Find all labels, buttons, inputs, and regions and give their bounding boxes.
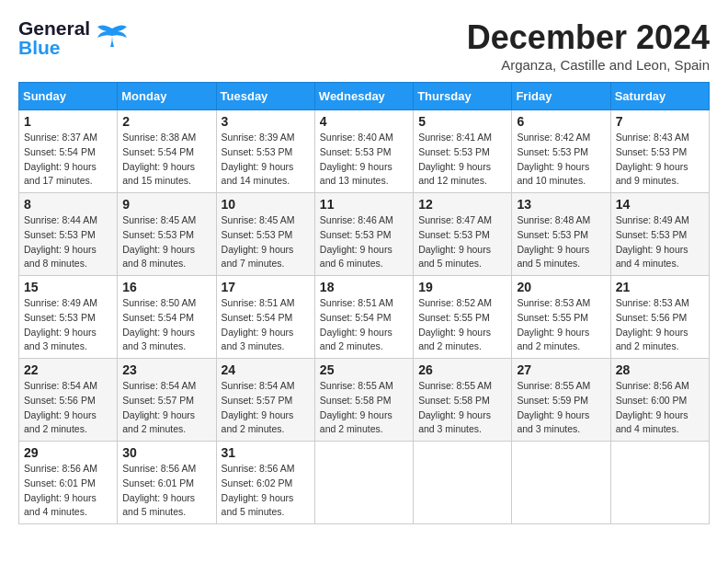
weekday-header-row: SundayMondayTuesdayWednesdayThursdayFrid…: [19, 83, 710, 110]
day-number: 11: [320, 197, 408, 212]
day-number: 5: [418, 114, 506, 129]
day-number: 19: [418, 280, 506, 294]
calendar-cell: 28Sunrise: 8:56 AMSunset: 6:00 PMDayligh…: [610, 359, 709, 442]
calendar-cell: 1Sunrise: 8:37 AMSunset: 5:54 PMDaylight…: [19, 110, 118, 193]
calendar-cell: [512, 442, 610, 524]
day-number: 9: [122, 197, 210, 212]
page-header: General Blue December 2024 Arganza, Cast…: [18, 18, 710, 73]
calendar-cell: 23Sunrise: 8:54 AMSunset: 5:57 PMDayligh…: [118, 359, 216, 442]
calendar-week-4: 22Sunrise: 8:54 AMSunset: 5:56 PMDayligh…: [19, 359, 710, 442]
day-number: 12: [418, 197, 506, 212]
calendar-cell: 31Sunrise: 8:56 AMSunset: 6:02 PMDayligh…: [216, 442, 314, 524]
calendar-cell: 14Sunrise: 8:49 AMSunset: 5:53 PMDayligh…: [610, 193, 709, 276]
weekday-header-friday: Friday: [512, 83, 610, 110]
day-number: 4: [320, 114, 408, 129]
calendar-cell: 11Sunrise: 8:46 AMSunset: 5:53 PMDayligh…: [314, 193, 413, 276]
day-info: Sunrise: 8:53 AMSunset: 5:55 PMDaylight:…: [517, 296, 605, 354]
calendar-cell: 19Sunrise: 8:52 AMSunset: 5:55 PMDayligh…: [414, 276, 512, 359]
day-number: 21: [616, 280, 704, 294]
day-number: 22: [24, 362, 112, 377]
day-info: Sunrise: 8:38 AMSunset: 5:54 PMDaylight:…: [122, 131, 210, 189]
calendar-week-2: 8Sunrise: 8:44 AMSunset: 5:53 PMDaylight…: [19, 193, 710, 276]
logo-general: General: [18, 17, 90, 39]
day-number: 15: [24, 280, 112, 294]
calendar-cell: 5Sunrise: 8:41 AMSunset: 5:53 PMDaylight…: [414, 110, 512, 193]
calendar-cell: 3Sunrise: 8:39 AMSunset: 5:53 PMDaylight…: [216, 110, 314, 193]
day-info: Sunrise: 8:54 AMSunset: 5:57 PMDaylight:…: [122, 379, 210, 437]
calendar-week-1: 1Sunrise: 8:37 AMSunset: 5:54 PMDaylight…: [19, 110, 710, 193]
logo-bird-icon: [96, 21, 129, 51]
day-info: Sunrise: 8:55 AMSunset: 5:59 PMDaylight:…: [517, 379, 605, 437]
day-number: 10: [222, 197, 310, 212]
day-info: Sunrise: 8:41 AMSunset: 5:53 PMDaylight:…: [418, 131, 506, 189]
calendar-cell: 4Sunrise: 8:40 AMSunset: 5:53 PMDaylight…: [314, 110, 413, 193]
day-info: Sunrise: 8:46 AMSunset: 5:53 PMDaylight:…: [320, 213, 408, 271]
weekday-header-monday: Monday: [118, 83, 216, 110]
calendar-cell: 30Sunrise: 8:56 AMSunset: 6:01 PMDayligh…: [118, 442, 216, 524]
day-info: Sunrise: 8:43 AMSunset: 5:53 PMDaylight:…: [616, 131, 704, 189]
calendar-cell: 10Sunrise: 8:45 AMSunset: 5:53 PMDayligh…: [216, 193, 314, 276]
day-number: 26: [418, 362, 506, 377]
calendar-cell: 27Sunrise: 8:55 AMSunset: 5:59 PMDayligh…: [512, 359, 610, 442]
calendar-cell: 15Sunrise: 8:49 AMSunset: 5:53 PMDayligh…: [19, 276, 118, 359]
day-info: Sunrise: 8:51 AMSunset: 5:54 PMDaylight:…: [320, 296, 408, 354]
day-info: Sunrise: 8:47 AMSunset: 5:53 PMDaylight:…: [418, 213, 506, 271]
calendar-cell: [314, 442, 413, 524]
day-info: Sunrise: 8:39 AMSunset: 5:53 PMDaylight:…: [222, 131, 310, 189]
weekday-header-saturday: Saturday: [610, 83, 709, 110]
day-info: Sunrise: 8:53 AMSunset: 5:56 PMDaylight:…: [616, 296, 704, 354]
weekday-header-wednesday: Wednesday: [314, 83, 413, 110]
day-info: Sunrise: 8:49 AMSunset: 5:53 PMDaylight:…: [24, 296, 112, 354]
day-number: 17: [222, 280, 310, 294]
day-info: Sunrise: 8:45 AMSunset: 5:53 PMDaylight:…: [122, 213, 210, 271]
day-info: Sunrise: 8:44 AMSunset: 5:53 PMDaylight:…: [24, 213, 112, 271]
day-number: 18: [320, 280, 408, 294]
calendar-cell: 24Sunrise: 8:54 AMSunset: 5:57 PMDayligh…: [216, 359, 314, 442]
day-number: 2: [122, 114, 210, 129]
day-number: 13: [517, 197, 605, 212]
calendar-cell: 6Sunrise: 8:42 AMSunset: 5:53 PMDaylight…: [512, 110, 610, 193]
day-number: 20: [517, 280, 605, 294]
calendar-cell: 2Sunrise: 8:38 AMSunset: 5:54 PMDaylight…: [118, 110, 216, 193]
day-info: Sunrise: 8:56 AMSunset: 6:00 PMDaylight:…: [616, 379, 704, 437]
day-number: 29: [24, 445, 112, 460]
day-number: 27: [517, 362, 605, 377]
calendar-cell: 29Sunrise: 8:56 AMSunset: 6:01 PMDayligh…: [19, 442, 118, 524]
day-info: Sunrise: 8:42 AMSunset: 5:53 PMDaylight:…: [517, 131, 605, 189]
weekday-header-tuesday: Tuesday: [216, 83, 314, 110]
day-number: 24: [222, 362, 310, 377]
calendar-cell: 22Sunrise: 8:54 AMSunset: 5:56 PMDayligh…: [19, 359, 118, 442]
day-info: Sunrise: 8:52 AMSunset: 5:55 PMDaylight:…: [418, 296, 506, 354]
calendar-cell: [610, 442, 709, 524]
weekday-header-thursday: Thursday: [414, 83, 512, 110]
month-title: December 2024: [467, 18, 710, 57]
logo: General Blue: [18, 18, 129, 57]
calendar-cell: 26Sunrise: 8:55 AMSunset: 5:58 PMDayligh…: [414, 359, 512, 442]
calendar-cell: 16Sunrise: 8:50 AMSunset: 5:54 PMDayligh…: [118, 276, 216, 359]
day-number: 1: [24, 114, 112, 129]
title-block: December 2024 Arganza, Castille and Leon…: [467, 18, 710, 73]
day-info: Sunrise: 8:51 AMSunset: 5:54 PMDaylight:…: [222, 296, 310, 354]
day-info: Sunrise: 8:56 AMSunset: 6:02 PMDaylight:…: [222, 462, 310, 520]
calendar-cell: 20Sunrise: 8:53 AMSunset: 5:55 PMDayligh…: [512, 276, 610, 359]
calendar-cell: 7Sunrise: 8:43 AMSunset: 5:53 PMDaylight…: [610, 110, 709, 193]
day-number: 31: [222, 445, 310, 460]
calendar-cell: 17Sunrise: 8:51 AMSunset: 5:54 PMDayligh…: [216, 276, 314, 359]
day-number: 6: [517, 114, 605, 129]
day-number: 25: [320, 362, 408, 377]
day-info: Sunrise: 8:55 AMSunset: 5:58 PMDaylight:…: [320, 379, 408, 437]
day-number: 8: [24, 197, 112, 212]
day-info: Sunrise: 8:48 AMSunset: 5:53 PMDaylight:…: [517, 213, 605, 271]
day-info: Sunrise: 8:50 AMSunset: 5:54 PMDaylight:…: [122, 296, 210, 354]
calendar-cell: [414, 442, 512, 524]
calendar-week-3: 15Sunrise: 8:49 AMSunset: 5:53 PMDayligh…: [19, 276, 710, 359]
calendar-table: SundayMondayTuesdayWednesdayThursdayFrid…: [18, 82, 710, 524]
calendar-cell: 18Sunrise: 8:51 AMSunset: 5:54 PMDayligh…: [314, 276, 413, 359]
day-info: Sunrise: 8:37 AMSunset: 5:54 PMDaylight:…: [24, 131, 112, 189]
weekday-header-sunday: Sunday: [19, 83, 118, 110]
day-number: 3: [222, 114, 310, 129]
calendar-cell: 25Sunrise: 8:55 AMSunset: 5:58 PMDayligh…: [314, 359, 413, 442]
day-info: Sunrise: 8:54 AMSunset: 5:56 PMDaylight:…: [24, 379, 112, 437]
day-number: 14: [616, 197, 704, 212]
day-info: Sunrise: 8:40 AMSunset: 5:53 PMDaylight:…: [320, 131, 408, 189]
